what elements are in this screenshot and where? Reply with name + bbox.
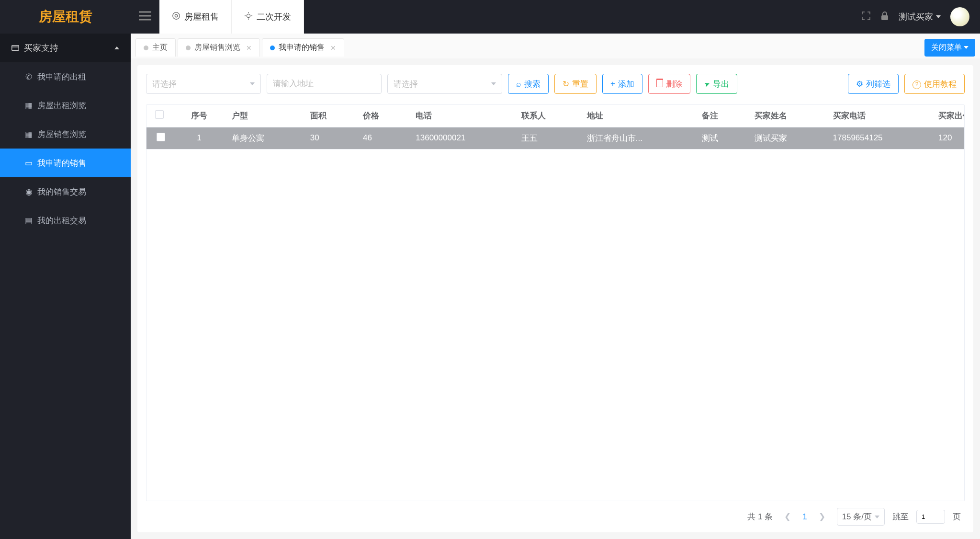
search-icon — [516, 79, 521, 89]
top-tab-rent[interactable]: 房屋租售 — [159, 0, 232, 34]
col-header-2: 面积 — [302, 105, 354, 127]
chevron-up-icon — [114, 46, 119, 49]
filter-select-2[interactable]: 请选择 — [387, 74, 502, 94]
sidebar-item-label: 我申请的出租 — [37, 71, 86, 82]
address-input-wrap — [267, 74, 382, 94]
address-input[interactable] — [273, 79, 375, 89]
columns-label: 列筛选 — [866, 79, 890, 90]
search-button[interactable]: 搜索 — [508, 74, 549, 94]
cell-buyer_phone: 17859654125 — [824, 127, 930, 149]
close-menu-button[interactable]: 关闭菜单 — [924, 39, 975, 57]
select-placeholder: 请选择 — [152, 79, 177, 90]
svg-point-3 — [173, 12, 180, 19]
ws-tab-2[interactable]: 我申请的销售✕ — [262, 38, 344, 57]
pager-jump-label: 跳至 — [892, 511, 909, 522]
sidebar-item-4[interactable]: ◉我的销售交易 — [0, 177, 131, 206]
pager-size-label: 15 条/页 — [842, 511, 872, 522]
svg-point-5 — [247, 14, 250, 17]
ws-tab-1[interactable]: 房屋销售浏览✕ — [178, 38, 260, 57]
app-header: 房屋租赁 房屋租售 二次开发 测试买家 — [0, 0, 980, 34]
coin-icon: ◉ — [25, 188, 33, 195]
top-tab-label: 二次开发 — [257, 11, 291, 23]
sidebar-group-buyer[interactable]: 买家支持 — [0, 34, 131, 62]
target-icon — [172, 11, 180, 23]
table-scroll[interactable]: 序号户型面积价格电话联系人地址备注买家姓名买家电话买家出价 1单身公寓30461… — [146, 105, 964, 501]
columns-button[interactable]: 列筛选 — [848, 74, 899, 94]
col-header-5: 联系人 — [513, 105, 578, 127]
tutorial-button[interactable]: 使用教程 — [904, 74, 965, 94]
phone-icon: ✆ — [25, 73, 33, 80]
cell-price: 46 — [354, 127, 407, 149]
export-button[interactable]: 导出 — [696, 74, 737, 94]
pagination: 共 1 条 ❮ 1 ❯ 15 条/页 跳至 页 — [146, 501, 965, 528]
user-menu[interactable]: 测试买家 — [899, 11, 941, 23]
col-header-4: 电话 — [407, 105, 513, 127]
avatar[interactable] — [950, 7, 969, 26]
cell-type: 单身公寓 — [223, 127, 302, 149]
cell-idx: 1 — [175, 127, 223, 149]
plus-icon — [610, 79, 615, 89]
add-button[interactable]: 添加 — [602, 74, 642, 94]
col-header-0: 序号 — [175, 105, 223, 127]
ws-tab-label: 主页 — [152, 43, 168, 53]
ws-tab-0[interactable]: 主页 — [135, 38, 176, 57]
lock-icon[interactable] — [880, 11, 889, 23]
sidebar-item-label: 房屋出租浏览 — [37, 100, 86, 111]
delete-label: 删除 — [666, 79, 682, 90]
chevron-down-icon — [250, 82, 255, 85]
reset-button[interactable]: 重置 — [554, 74, 597, 94]
select-all-checkbox[interactable] — [155, 110, 164, 119]
tab-strip: 主页房屋销售浏览✕我申请的销售✕ 关闭菜单 — [131, 34, 980, 58]
pager-current[interactable]: 1 — [802, 512, 807, 522]
table-row[interactable]: 1单身公寓304613600000021王五浙江省舟山市...测试测试买家178… — [146, 127, 964, 149]
svg-rect-10 — [881, 15, 888, 20]
reset-icon — [563, 79, 569, 89]
sidebar-item-label: 房屋销售浏览 — [37, 129, 86, 140]
data-table: 序号户型面积价格电话联系人地址备注买家姓名买家电话买家出价 1单身公寓30461… — [146, 105, 964, 149]
sidebar-item-5[interactable]: ▤我的出租交易 — [0, 206, 131, 235]
gear-icon — [856, 79, 863, 89]
pager-next[interactable]: ❯ — [815, 510, 829, 524]
close-icon[interactable]: ✕ — [246, 44, 252, 52]
row-checkbox[interactable] — [157, 133, 165, 141]
sidebar-group-label: 买家支持 — [24, 42, 58, 54]
fullscreen-icon[interactable] — [861, 11, 871, 23]
content-card: 请选择 请选择 搜索 重置 添加 删除 导出 列筛选 使用教程 序 — [137, 65, 973, 532]
list-icon: ▤ — [25, 217, 33, 224]
toolbar: 请选择 请选择 搜索 重置 添加 删除 导出 列筛选 使用教程 — [146, 74, 965, 94]
sidebar-item-label: 我申请的销售 — [37, 158, 86, 169]
col-header-6: 地址 — [578, 105, 693, 127]
sidebar-item-3[interactable]: ▭我申请的销售 — [0, 149, 131, 177]
cell-phone: 13600000021 — [407, 127, 513, 149]
pager-prev[interactable]: ❮ — [780, 510, 795, 524]
col-header-7: 备注 — [693, 105, 746, 127]
grid-icon: ▦ — [25, 102, 33, 109]
table-wrap: 序号户型面积价格电话联系人地址备注买家姓名买家电话买家出价 1单身公寓30461… — [146, 104, 965, 501]
chevron-down-icon — [491, 82, 496, 85]
grid-icon: ▦ — [25, 130, 33, 138]
sidebar-item-0[interactable]: ✆我申请的出租 — [0, 62, 131, 91]
filter-select-1[interactable]: 请选择 — [146, 74, 261, 94]
tutorial-label: 使用教程 — [924, 79, 957, 90]
svg-rect-11 — [12, 46, 19, 51]
export-label: 导出 — [713, 79, 729, 90]
pager-jump-input[interactable] — [916, 510, 945, 524]
close-menu-label: 关闭菜单 — [931, 43, 962, 53]
top-tab-label: 房屋租售 — [184, 11, 219, 23]
pager-size-select[interactable]: 15 条/页 — [837, 508, 885, 526]
col-header-8: 买家姓名 — [746, 105, 824, 127]
cell-area: 30 — [302, 127, 354, 149]
ws-tab-label: 我申请的销售 — [279, 43, 325, 53]
svg-point-4 — [175, 14, 177, 17]
chevron-down-icon — [936, 15, 941, 18]
sidebar-item-2[interactable]: ▦房屋销售浏览 — [0, 120, 131, 149]
sidebar-item-1[interactable]: ▦房屋出租浏览 — [0, 91, 131, 120]
sidebar-item-label: 我的出租交易 — [37, 215, 86, 226]
chevron-down-icon — [875, 516, 879, 518]
delete-button[interactable]: 删除 — [648, 74, 690, 94]
sidebar-toggle[interactable] — [131, 11, 159, 23]
cell-contact: 王五 — [513, 127, 578, 149]
top-tab-dev[interactable]: 二次开发 — [232, 0, 304, 34]
trash-icon — [656, 79, 663, 90]
close-icon[interactable]: ✕ — [330, 44, 336, 52]
